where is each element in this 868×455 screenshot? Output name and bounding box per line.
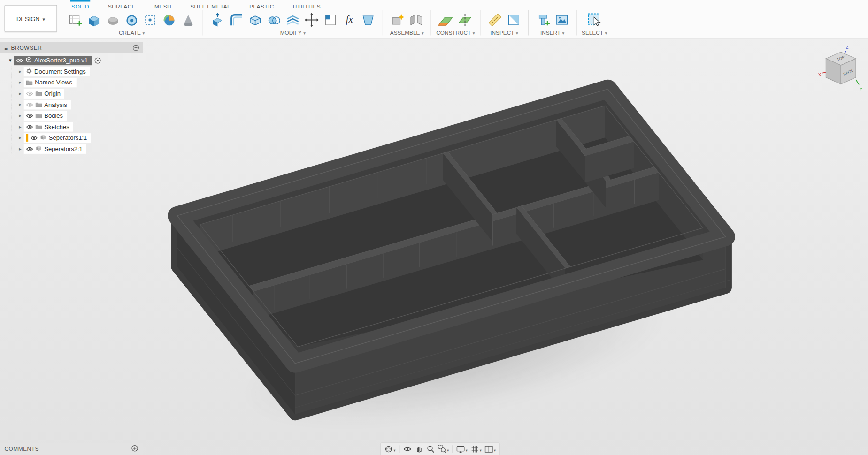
eye-visible-icon[interactable] bbox=[26, 113, 33, 118]
shell-icon[interactable] bbox=[246, 10, 264, 29]
insert-group-label[interactable]: INSERT bbox=[540, 30, 564, 36]
folder-icon bbox=[26, 77, 32, 87]
3d-model-sorter-tray[interactable] bbox=[166, 77, 737, 423]
select-tool-icon[interactable] bbox=[585, 10, 603, 29]
tab-mesh[interactable]: MESH bbox=[154, 0, 173, 10]
root-component-chip[interactable]: AlexSorter3_pub v1 bbox=[14, 56, 92, 65]
chevron-down-icon bbox=[514, 30, 518, 36]
assemble-group-label[interactable]: ASSEMBLE bbox=[390, 30, 424, 36]
fillet-icon[interactable] bbox=[228, 10, 246, 29]
expander-icon[interactable] bbox=[16, 135, 23, 141]
parameters-icon[interactable] bbox=[359, 10, 377, 29]
tab-plastic[interactable]: PLASTIC bbox=[248, 0, 275, 10]
modify-group-label[interactable]: MODIFY bbox=[280, 30, 306, 36]
chevron-down-icon bbox=[446, 444, 449, 454]
tree-row-document-settings[interactable]: Document Settings bbox=[0, 66, 143, 77]
combine-icon[interactable] bbox=[265, 10, 283, 29]
eye-visible-icon[interactable] bbox=[16, 58, 23, 63]
create-sketch-icon[interactable] bbox=[67, 10, 84, 29]
form-icon[interactable] bbox=[104, 10, 122, 29]
create-group-label[interactable]: CREATE bbox=[119, 30, 145, 36]
tree-row-sketches[interactable]: Sketches bbox=[0, 121, 143, 132]
activate-component-icon[interactable] bbox=[94, 57, 100, 63]
minimize-browser-icon[interactable] bbox=[133, 45, 139, 51]
axis-x-label: X bbox=[818, 72, 822, 77]
3d-viewport-canvas[interactable]: TOP BACK X Y Z BROWSER Al bbox=[0, 39, 868, 455]
tree-row-seperators1[interactable]: Seperators1:1 bbox=[0, 132, 143, 144]
tree-row-origin[interactable]: Origin bbox=[0, 88, 143, 99]
fusion-360-app: DESIGN SOLID SURFACE MESH SHEET METAL PL… bbox=[0, 0, 868, 455]
cone-icon[interactable] bbox=[179, 10, 197, 29]
chevron-down-icon bbox=[465, 444, 468, 454]
fx-change-parameters-icon[interactable]: fx bbox=[340, 10, 358, 29]
comments-bar[interactable]: COMMENTS bbox=[0, 443, 143, 455]
offset-face-icon[interactable] bbox=[284, 10, 302, 29]
zoom-window-icon[interactable] bbox=[437, 444, 450, 455]
expander-icon[interactable] bbox=[16, 113, 23, 119]
expander-icon[interactable] bbox=[16, 68, 23, 74]
expander-icon[interactable] bbox=[16, 102, 23, 107]
tree-item-label: Document Settings bbox=[34, 68, 86, 75]
tab-sheet-metal[interactable]: SHEET METAL bbox=[189, 0, 232, 10]
press-pull-icon[interactable] bbox=[209, 10, 227, 29]
insert-derive-icon[interactable] bbox=[534, 10, 552, 29]
tab-solid[interactable]: SOLID bbox=[70, 0, 90, 10]
joint-icon[interactable] bbox=[407, 10, 425, 29]
tab-utilities[interactable]: UTILITIES bbox=[292, 0, 322, 10]
chevron-down-icon bbox=[302, 30, 306, 36]
construct-axis-icon[interactable] bbox=[456, 10, 474, 29]
tree-row-analysis[interactable]: Analysis bbox=[0, 99, 143, 110]
pan-icon[interactable] bbox=[413, 444, 424, 454]
tree-row-root-component[interactable]: AlexSorter3_pub v1 bbox=[0, 55, 143, 66]
expander-icon[interactable] bbox=[16, 80, 23, 85]
measure-icon[interactable] bbox=[486, 10, 504, 29]
section-analysis-icon[interactable] bbox=[505, 10, 522, 29]
inspect-group-label[interactable]: INSPECT bbox=[490, 30, 518, 36]
design-menu-button[interactable]: DESIGN bbox=[4, 5, 57, 32]
eye-visible-icon[interactable] bbox=[31, 135, 38, 140]
construct-group-label[interactable]: CONSTRUCT bbox=[436, 30, 475, 36]
expander-icon[interactable] bbox=[16, 146, 23, 152]
tree-row-seperators2[interactable]: Seperators2:1 bbox=[0, 143, 143, 154]
group-select: SELECT bbox=[582, 10, 607, 36]
extrude-icon[interactable] bbox=[85, 10, 103, 29]
chevron-down-icon bbox=[43, 15, 45, 22]
view-cube[interactable]: TOP BACK X Y Z bbox=[809, 41, 868, 99]
expander-icon[interactable] bbox=[16, 91, 23, 96]
group-modify: fx MODIFY bbox=[208, 10, 377, 36]
group-assemble: ASSEMBLE bbox=[388, 10, 426, 36]
eye-visible-icon[interactable] bbox=[26, 124, 33, 129]
look-at-icon[interactable] bbox=[402, 444, 413, 454]
revolve-icon[interactable] bbox=[123, 10, 141, 29]
new-component-icon[interactable] bbox=[389, 10, 407, 29]
eye-hidden-icon[interactable] bbox=[26, 91, 33, 96]
collapse-panel-icon[interactable] bbox=[4, 43, 7, 53]
tree-row-named-views[interactable]: Named Views bbox=[0, 77, 143, 88]
eye-visible-icon[interactable] bbox=[26, 146, 33, 152]
tree-item-label: AlexSorter3_pub v1 bbox=[34, 57, 88, 63]
add-comment-icon[interactable] bbox=[131, 444, 138, 454]
orbit-icon[interactable] bbox=[383, 444, 397, 455]
move-icon[interactable] bbox=[303, 10, 321, 29]
browser-tree: AlexSorter3_pub v1 Document Settings bbox=[0, 55, 143, 154]
folder-icon bbox=[35, 111, 42, 121]
sphere-icon[interactable] bbox=[161, 10, 178, 29]
browser-title: BROWSER bbox=[11, 45, 42, 51]
construct-plane-icon[interactable] bbox=[437, 10, 455, 29]
select-group-label[interactable]: SELECT bbox=[582, 30, 607, 36]
display-settings-icon[interactable] bbox=[455, 444, 469, 455]
eye-hidden-icon[interactable] bbox=[26, 102, 33, 107]
axis-y-label: Y bbox=[860, 86, 863, 91]
pattern-icon[interactable] bbox=[142, 10, 160, 29]
tab-surface[interactable]: SURFACE bbox=[107, 0, 137, 10]
expander-icon[interactable] bbox=[7, 58, 14, 63]
tree-item-label: Analysis bbox=[44, 101, 67, 108]
tree-item-label: Named Views bbox=[35, 79, 72, 86]
align-icon[interactable] bbox=[322, 10, 339, 29]
zoom-icon[interactable] bbox=[425, 444, 436, 454]
expander-icon[interactable] bbox=[16, 124, 23, 129]
viewports-icon[interactable] bbox=[484, 444, 497, 455]
tree-row-bodies[interactable]: Bodies bbox=[0, 110, 143, 121]
grid-snap-icon[interactable] bbox=[469, 444, 483, 455]
insert-canvas-icon[interactable] bbox=[553, 10, 571, 29]
